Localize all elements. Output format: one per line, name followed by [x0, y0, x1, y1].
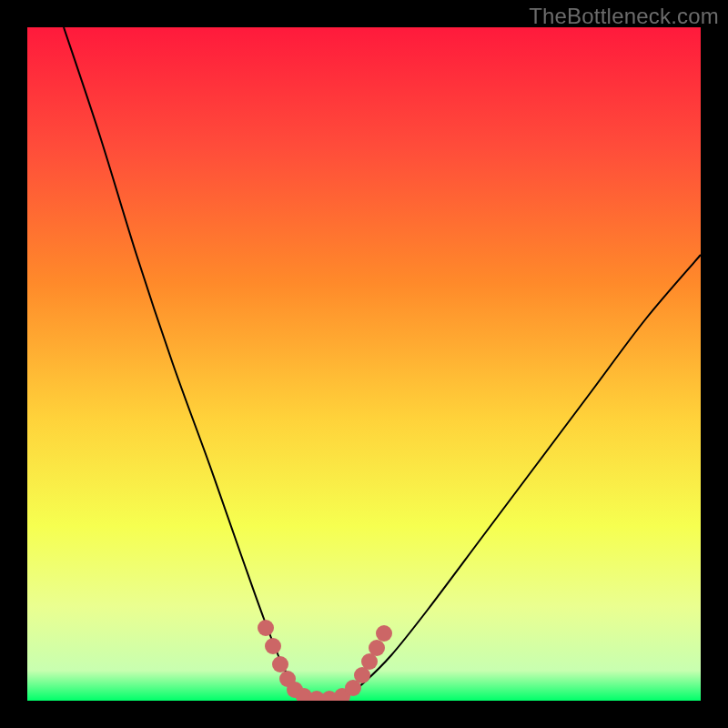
trough-markers: [258, 620, 392, 701]
trough-marker-dot: [258, 620, 274, 636]
bottleneck-curve-svg: [27, 27, 701, 701]
trough-marker-dot: [376, 625, 392, 642]
plot-area: [27, 27, 701, 701]
trough-marker-dot: [272, 656, 288, 672]
trough-marker-dot: [265, 638, 281, 654]
outer-black-frame: TheBottleneck.com: [0, 0, 728, 728]
bottleneck-curve-path: [64, 27, 701, 699]
trough-marker-dot: [369, 640, 385, 656]
watermark-text: TheBottleneck.com: [529, 4, 719, 29]
